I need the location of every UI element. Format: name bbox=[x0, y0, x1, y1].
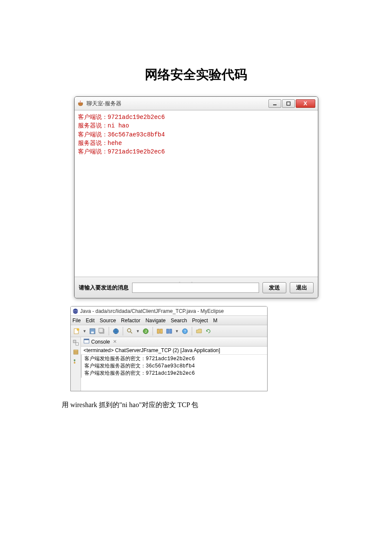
svg-text:J: J bbox=[145, 329, 147, 333]
svg-rect-17 bbox=[167, 329, 169, 333]
body-paragraph: 用 wireshark 抓到的"ni hao"对应的密文 TCP 包 bbox=[62, 401, 392, 410]
send-button[interactable]: 发送 bbox=[262, 282, 286, 293]
svg-rect-18 bbox=[170, 329, 172, 333]
nav-forward-icon[interactable] bbox=[166, 328, 173, 335]
minimize-button[interactable] bbox=[268, 99, 281, 108]
search-icon[interactable] bbox=[127, 328, 133, 335]
svg-rect-16 bbox=[160, 329, 162, 333]
menu-search[interactable]: Search bbox=[171, 318, 187, 324]
svg-rect-7 bbox=[91, 332, 94, 333]
console-tab[interactable]: Console ✕ bbox=[81, 337, 267, 347]
console-terminated-status: <terminated> ChatServerJFrame_TCP (2) [J… bbox=[81, 347, 267, 355]
console-tab-label: Console bbox=[91, 339, 110, 345]
console-output: 客户端发给服务器的密文：9721adc19e2b2ec6 客户端发给服务器的密文… bbox=[81, 355, 267, 378]
chat-window: 聊天室-服务器 X 客户端说：9721adc19e2b2ec6 服务器说：ni … bbox=[74, 96, 318, 298]
chat-footer: www.bdocx.com 请输入要发送的消息 发送 退出 bbox=[75, 277, 318, 298]
restore-view-icon[interactable] bbox=[73, 340, 79, 346]
dropdown-arrow-icon[interactable]: ▼ bbox=[175, 329, 179, 333]
ide-window: Java - dada/src/lidada/ChatClientJFrame_… bbox=[70, 306, 268, 391]
chat-window-title: 聊天室-服务器 bbox=[86, 100, 268, 107]
ide-title: Java - dada/src/lidada/ChatClientJFrame_… bbox=[80, 308, 224, 314]
ide-toolbar: ▼ ▼ J ▼ ? bbox=[71, 325, 267, 337]
ide-menubar: File Edit Source Refactor Navigate Searc… bbox=[71, 316, 267, 325]
help-icon[interactable]: ? bbox=[182, 328, 188, 335]
open-type-icon[interactable]: J bbox=[142, 328, 149, 335]
maximize-button[interactable] bbox=[282, 99, 295, 108]
folder-icon[interactable] bbox=[196, 328, 202, 335]
exit-button[interactable]: 退出 bbox=[290, 282, 314, 293]
svg-rect-9 bbox=[99, 328, 103, 332]
new-icon[interactable] bbox=[73, 328, 80, 335]
svg-rect-1 bbox=[287, 102, 290, 105]
chat-message: 服务器说：ni hao bbox=[78, 121, 314, 130]
svg-point-5 bbox=[77, 328, 79, 331]
menu-more[interactable]: M bbox=[213, 318, 217, 324]
ide-sidebar bbox=[71, 337, 81, 391]
console-line: 客户端发给服务器的密文：9721adc19e2b2ec6 bbox=[84, 370, 265, 377]
message-input[interactable] bbox=[132, 283, 259, 293]
svg-point-26 bbox=[74, 359, 75, 361]
save-all-icon[interactable] bbox=[98, 328, 105, 335]
dropdown-arrow-icon[interactable]: ▼ bbox=[83, 329, 86, 333]
svg-point-11 bbox=[127, 329, 131, 332]
svg-text:?: ? bbox=[184, 329, 186, 333]
menu-refactor[interactable]: Refactor bbox=[121, 318, 140, 324]
menu-source[interactable]: Source bbox=[100, 318, 116, 324]
java-cup-icon bbox=[77, 100, 84, 107]
console-line: 客户端发给服务器的密文：36c567ae93c8bfb4 bbox=[84, 363, 265, 370]
svg-line-12 bbox=[130, 332, 132, 333]
svg-rect-0 bbox=[273, 104, 277, 105]
chat-message: 客户端说：9721adc19e2b2ec6 bbox=[78, 147, 314, 156]
menu-file[interactable]: File bbox=[72, 318, 81, 324]
svg-rect-21 bbox=[73, 340, 76, 343]
page-title: 网络安全实验代码 bbox=[0, 0, 392, 96]
svg-rect-22 bbox=[76, 343, 78, 345]
svg-rect-30 bbox=[84, 339, 89, 340]
menu-navigate[interactable]: Navigate bbox=[145, 318, 165, 324]
eclipse-icon bbox=[72, 308, 78, 314]
ide-titlebar: Java - dada/src/lidada/ChatClientJFrame_… bbox=[71, 306, 267, 316]
close-tab-icon[interactable]: ✕ bbox=[112, 339, 118, 345]
svg-rect-15 bbox=[157, 329, 159, 333]
svg-point-2 bbox=[73, 309, 78, 314]
save-icon[interactable] bbox=[89, 328, 96, 335]
console-icon bbox=[84, 338, 89, 345]
chat-message: 客户端说：36c567ae93c8bfb4 bbox=[78, 130, 314, 139]
menu-edit[interactable]: Edit bbox=[86, 318, 95, 324]
globe-icon[interactable] bbox=[112, 328, 119, 335]
nav-back-icon[interactable] bbox=[156, 328, 163, 335]
chat-titlebar: 聊天室-服务器 X bbox=[75, 97, 318, 110]
package-explorer-icon[interactable] bbox=[73, 349, 79, 355]
chat-messages-area: 客户端说：9721adc19e2b2ec6 服务器说：ni hao 客户端说：3… bbox=[75, 110, 318, 277]
chat-message: 客户端说：9721adc19e2b2ec6 bbox=[78, 113, 314, 121]
svg-point-27 bbox=[74, 362, 75, 364]
hierarchy-icon[interactable] bbox=[73, 358, 79, 364]
svg-rect-23 bbox=[74, 350, 78, 354]
refresh-icon[interactable] bbox=[205, 328, 212, 335]
menu-project[interactable]: Project bbox=[192, 318, 208, 324]
close-button[interactable]: X bbox=[296, 99, 315, 108]
chat-message: 服务器说：hehe bbox=[78, 139, 314, 147]
dropdown-arrow-icon[interactable]: ▼ bbox=[136, 329, 140, 333]
console-line: 客户端发给服务器的密文：9721adc19e2b2ec6 bbox=[84, 356, 265, 363]
input-label: 请输入要发送的消息 bbox=[79, 284, 129, 292]
